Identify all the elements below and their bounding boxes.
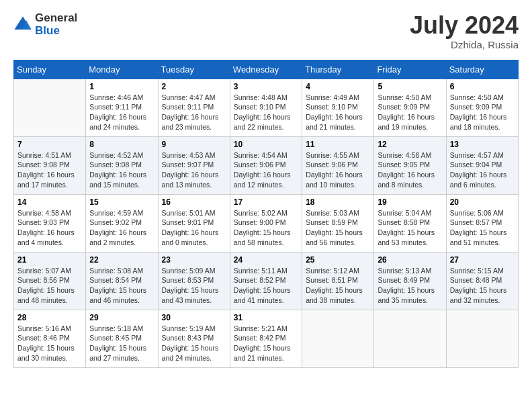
day-number: 16 (162, 197, 226, 207)
month-year: July 2024 (410, 12, 519, 39)
day-number: 12 (378, 140, 442, 149)
weekday-header-saturday: Saturday (446, 60, 518, 79)
logo-text: General Blue (35, 12, 77, 37)
day-number: 18 (306, 197, 370, 207)
calendar-cell: 13Sunrise: 4:57 AM Sunset: 9:04 PM Dayli… (446, 136, 518, 194)
day-number: 14 (17, 197, 82, 207)
day-info: Sunrise: 4:53 AM Sunset: 9:07 PM Dayligh… (162, 150, 226, 190)
day-info: Sunrise: 4:59 AM Sunset: 9:02 PM Dayligh… (89, 208, 154, 248)
weekday-header-monday: Monday (86, 60, 158, 79)
day-info: Sunrise: 5:11 AM Sunset: 8:52 PM Dayligh… (234, 266, 298, 306)
day-number: 28 (17, 313, 82, 322)
day-info: Sunrise: 5:18 AM Sunset: 8:45 PM Dayligh… (89, 324, 154, 363)
day-number: 22 (89, 255, 154, 265)
weekday-header-thursday: Thursday (302, 60, 374, 79)
calendar-cell: 18Sunrise: 5:03 AM Sunset: 8:59 PM Dayli… (302, 194, 374, 252)
calendar-week-1: 1Sunrise: 4:46 AM Sunset: 9:11 PM Daylig… (14, 79, 519, 136)
day-number: 10 (234, 140, 298, 149)
calendar-body: 1Sunrise: 4:46 AM Sunset: 9:11 PM Daylig… (14, 79, 519, 367)
day-number: 30 (162, 313, 226, 322)
day-info: Sunrise: 5:09 AM Sunset: 8:53 PM Dayligh… (162, 266, 226, 306)
calendar-cell: 6Sunrise: 4:50 AM Sunset: 9:09 PM Daylig… (446, 79, 518, 136)
day-info: Sunrise: 4:51 AM Sunset: 9:08 PM Dayligh… (17, 150, 82, 190)
day-number: 11 (306, 140, 370, 149)
day-info: Sunrise: 5:12 AM Sunset: 8:51 PM Dayligh… (306, 266, 370, 306)
calendar-cell: 24Sunrise: 5:11 AM Sunset: 8:52 PM Dayli… (230, 252, 302, 310)
calendar-cell: 1Sunrise: 4:46 AM Sunset: 9:11 PM Daylig… (86, 79, 158, 136)
calendar-week-5: 28Sunrise: 5:16 AM Sunset: 8:46 PM Dayli… (14, 310, 519, 367)
calendar-cell: 16Sunrise: 5:01 AM Sunset: 9:01 PM Dayli… (158, 194, 230, 252)
page: General Blue July 2024 Dzhida, Russia Su… (0, 0, 532, 375)
day-number: 2 (162, 82, 226, 91)
weekday-header-sunday: Sunday (14, 60, 86, 79)
title-block: July 2024 Dzhida, Russia (410, 12, 519, 50)
day-info: Sunrise: 5:03 AM Sunset: 8:59 PM Dayligh… (306, 208, 370, 248)
calendar-cell (374, 310, 446, 367)
day-number: 1 (89, 82, 154, 91)
calendar-cell: 19Sunrise: 5:04 AM Sunset: 8:58 PM Dayli… (374, 194, 446, 252)
day-number: 4 (306, 82, 370, 91)
calendar-cell (302, 310, 374, 367)
day-number: 21 (17, 255, 82, 265)
calendar-cell: 27Sunrise: 5:15 AM Sunset: 8:48 PM Dayli… (446, 252, 518, 310)
day-info: Sunrise: 4:52 AM Sunset: 9:08 PM Dayligh… (89, 150, 154, 190)
calendar-cell: 29Sunrise: 5:18 AM Sunset: 8:45 PM Dayli… (86, 310, 158, 367)
day-info: Sunrise: 4:50 AM Sunset: 9:09 PM Dayligh… (378, 93, 442, 132)
calendar-cell (14, 79, 86, 136)
calendar-header: SundayMondayTuesdayWednesdayThursdayFrid… (14, 60, 519, 79)
day-info: Sunrise: 4:54 AM Sunset: 9:06 PM Dayligh… (234, 150, 298, 190)
day-info: Sunrise: 5:08 AM Sunset: 8:54 PM Dayligh… (89, 266, 154, 306)
day-info: Sunrise: 5:07 AM Sunset: 8:56 PM Dayligh… (17, 266, 82, 306)
day-info: Sunrise: 5:16 AM Sunset: 8:46 PM Dayligh… (17, 324, 82, 363)
day-info: Sunrise: 4:47 AM Sunset: 9:11 PM Dayligh… (162, 93, 226, 132)
day-info: Sunrise: 5:01 AM Sunset: 9:01 PM Dayligh… (162, 208, 226, 248)
day-number: 26 (378, 255, 442, 265)
calendar-cell: 28Sunrise: 5:16 AM Sunset: 8:46 PM Dayli… (14, 310, 86, 367)
logo-icon (13, 15, 32, 34)
weekday-header-friday: Friday (374, 60, 446, 79)
calendar-cell: 5Sunrise: 4:50 AM Sunset: 9:09 PM Daylig… (374, 79, 446, 136)
calendar-cell: 9Sunrise: 4:53 AM Sunset: 9:07 PM Daylig… (158, 136, 230, 194)
weekday-header-tuesday: Tuesday (158, 60, 230, 79)
calendar-cell: 30Sunrise: 5:19 AM Sunset: 8:43 PM Dayli… (158, 310, 230, 367)
day-info: Sunrise: 5:02 AM Sunset: 9:00 PM Dayligh… (234, 208, 298, 248)
calendar-cell: 14Sunrise: 4:58 AM Sunset: 9:03 PM Dayli… (14, 194, 86, 252)
calendar-week-2: 7Sunrise: 4:51 AM Sunset: 9:08 PM Daylig… (14, 136, 519, 194)
day-number: 15 (89, 197, 154, 207)
day-info: Sunrise: 5:21 AM Sunset: 8:42 PM Dayligh… (234, 324, 298, 363)
day-number: 31 (234, 313, 298, 322)
calendar-cell: 26Sunrise: 5:13 AM Sunset: 8:49 PM Dayli… (374, 252, 446, 310)
day-number: 7 (17, 140, 82, 149)
calendar-cell: 20Sunrise: 5:06 AM Sunset: 8:57 PM Dayli… (446, 194, 518, 252)
header: General Blue July 2024 Dzhida, Russia (13, 12, 519, 50)
weekday-row: SundayMondayTuesdayWednesdayThursdayFrid… (14, 60, 519, 79)
calendar-cell: 22Sunrise: 5:08 AM Sunset: 8:54 PM Dayli… (86, 252, 158, 310)
day-info: Sunrise: 4:49 AM Sunset: 9:10 PM Dayligh… (306, 93, 370, 132)
day-info: Sunrise: 4:50 AM Sunset: 9:09 PM Dayligh… (450, 93, 515, 132)
day-info: Sunrise: 4:56 AM Sunset: 9:05 PM Dayligh… (378, 150, 442, 190)
day-number: 17 (234, 197, 298, 207)
day-number: 19 (378, 197, 442, 207)
day-info: Sunrise: 4:58 AM Sunset: 9:03 PM Dayligh… (17, 208, 82, 248)
logo: General Blue (13, 12, 77, 37)
day-info: Sunrise: 5:06 AM Sunset: 8:57 PM Dayligh… (450, 208, 515, 248)
day-number: 6 (450, 82, 515, 91)
calendar-cell: 2Sunrise: 4:47 AM Sunset: 9:11 PM Daylig… (158, 79, 230, 136)
day-number: 29 (89, 313, 154, 322)
day-info: Sunrise: 5:19 AM Sunset: 8:43 PM Dayligh… (162, 324, 226, 363)
day-info: Sunrise: 4:48 AM Sunset: 9:10 PM Dayligh… (234, 93, 298, 132)
day-number: 3 (234, 82, 298, 91)
day-info: Sunrise: 4:55 AM Sunset: 9:06 PM Dayligh… (306, 150, 370, 190)
calendar: SundayMondayTuesdayWednesdayThursdayFrid… (13, 60, 519, 368)
day-number: 5 (378, 82, 442, 91)
calendar-week-4: 21Sunrise: 5:07 AM Sunset: 8:56 PM Dayli… (14, 252, 519, 310)
calendar-cell: 23Sunrise: 5:09 AM Sunset: 8:53 PM Dayli… (158, 252, 230, 310)
calendar-cell: 7Sunrise: 4:51 AM Sunset: 9:08 PM Daylig… (14, 136, 86, 194)
calendar-cell: 17Sunrise: 5:02 AM Sunset: 9:00 PM Dayli… (230, 194, 302, 252)
day-number: 24 (234, 255, 298, 265)
calendar-cell (446, 310, 518, 367)
day-number: 23 (162, 255, 226, 265)
day-info: Sunrise: 5:04 AM Sunset: 8:58 PM Dayligh… (378, 208, 442, 248)
day-info: Sunrise: 4:57 AM Sunset: 9:04 PM Dayligh… (450, 150, 515, 190)
day-number: 13 (450, 140, 515, 149)
